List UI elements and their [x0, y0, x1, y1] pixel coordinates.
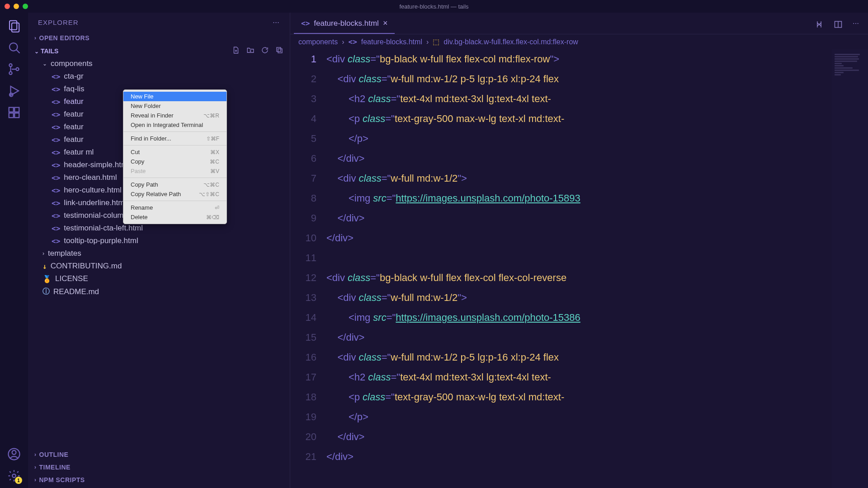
accounts-icon[interactable] — [7, 447, 21, 461]
npm-scripts-section[interactable]: ›NPM SCRIPTS — [28, 474, 290, 486]
menu-shortcut: ⌥⌘C — [203, 182, 219, 188]
project-header[interactable]: ⌄ TAILS — [28, 44, 290, 57]
chevron-right-icon: › — [34, 477, 37, 483]
file-name: featur ml — [64, 148, 94, 157]
menu-shortcut: ⏎ — [215, 205, 219, 211]
compare-changes-icon[interactable] — [815, 20, 824, 30]
menu-label: Find in Folder... — [131, 135, 171, 142]
file-name: featur — [64, 135, 83, 144]
chevron-right-icon: › — [42, 250, 44, 257]
code-lines[interactable]: <div class="bg-black w-full flex flex-co… — [326, 49, 868, 488]
sidebar-more-icon[interactable]: ⋯ — [273, 18, 280, 26]
svg-point-15 — [12, 474, 16, 478]
file-name: tooltip-top-purple.html — [64, 236, 138, 245]
sidebar-title: EXPLORER — [38, 19, 79, 26]
run-debug-icon[interactable] — [7, 84, 21, 98]
settings-badge: 1 — [15, 477, 22, 484]
context-menu-item: Paste⌘V — [123, 166, 226, 176]
context-menu-item[interactable]: New Folder — [123, 101, 226, 111]
minimize-window-icon[interactable] — [14, 4, 19, 9]
html-file-icon: <> — [52, 136, 60, 144]
svg-rect-1 — [12, 23, 19, 32]
menu-label: Copy — [131, 158, 144, 165]
file-item[interactable]: <>cta-gr — [28, 70, 290, 83]
context-menu-item[interactable]: Copy⌘C — [123, 157, 226, 166]
explorer-icon[interactable] — [7, 19, 21, 33]
tab-feature-blocks[interactable]: <> feature-blocks.html × — [294, 14, 395, 34]
svg-point-14 — [12, 450, 16, 455]
minimap[interactable] — [832, 49, 868, 488]
menu-shortcut: ⌘⌫ — [206, 214, 219, 221]
outline-section[interactable]: ›OUTLINE — [28, 448, 290, 461]
html-file-icon: <> — [52, 199, 60, 207]
chevron-right-icon: › — [34, 451, 37, 458]
extensions-icon[interactable] — [7, 106, 21, 119]
file-name: hero-culture.html — [64, 186, 122, 195]
file-item[interactable]: ↓CONTRIBUTING.md — [28, 260, 290, 272]
file-item[interactable]: <>tooltip-top-purple.html — [28, 235, 290, 247]
refresh-icon[interactable] — [261, 46, 269, 56]
html-file-icon: <> — [52, 174, 60, 182]
source-control-icon[interactable] — [7, 62, 21, 76]
search-icon[interactable] — [7, 41, 21, 54]
menu-label: New File — [131, 93, 154, 100]
context-menu-item[interactable]: Reveal in Finder⌥⌘R — [123, 111, 226, 120]
collapse-all-icon[interactable] — [275, 46, 283, 56]
file-item[interactable]: 🏅LICENSE — [28, 272, 290, 285]
context-menu-item[interactable]: Copy Relative Path⌥⇧⌘C — [123, 189, 226, 199]
context-menu-item[interactable]: Rename⏎ — [123, 203, 226, 212]
split-editor-icon[interactable] — [834, 20, 843, 30]
html-file-icon: <> — [301, 19, 310, 28]
close-tab-icon[interactable]: × — [383, 19, 388, 28]
editor-more-icon[interactable]: ⋯ — [853, 20, 859, 30]
folder-templates[interactable]: ›templates — [28, 247, 290, 260]
timeline-section[interactable]: ›TIMELINE — [28, 461, 290, 474]
svg-point-2 — [9, 43, 18, 51]
code-area[interactable]: 123456789101112131415161718192021 <div c… — [290, 49, 868, 488]
file-name: testimonial-cta-left.html — [64, 224, 143, 233]
menu-label: Cut — [131, 149, 140, 155]
menu-shortcut: ⌥⌘R — [203, 113, 219, 119]
svg-rect-17 — [278, 49, 282, 53]
context-menu-item[interactable]: Copy Path⌥⌘C — [123, 180, 226, 189]
svg-point-4 — [9, 64, 12, 66]
titlebar: feature-blocks.html — tails — [0, 0, 868, 13]
menu-label: Copy Path — [131, 181, 158, 188]
html-file-icon: <> — [52, 72, 60, 81]
close-window-icon[interactable] — [5, 4, 10, 9]
file-name: link-underline.html — [64, 198, 126, 207]
settings-gear-icon[interactable]: 1 — [7, 469, 21, 483]
svg-rect-9 — [9, 108, 14, 112]
chevron-down-icon: ⌄ — [34, 48, 39, 55]
chevron-right-icon: › — [34, 35, 37, 41]
context-menu-item[interactable]: Delete⌘⌫ — [123, 212, 226, 222]
breadcrumb-item[interactable]: components — [298, 38, 338, 46]
html-file-icon: <> — [52, 224, 60, 233]
file-name: featur — [64, 122, 83, 131]
window-controls — [5, 4, 28, 9]
breadcrumb-item[interactable]: div.bg-black.w-full.flex.flex-col.md:fle… — [443, 38, 578, 46]
html-file-icon: <> — [52, 161, 60, 169]
svg-rect-0 — [9, 21, 17, 30]
folder-components[interactable]: ⌄components — [28, 57, 290, 70]
file-name: featur — [64, 110, 83, 119]
file-name: README.md — [53, 287, 99, 296]
info-file-icon: ⓘ — [42, 287, 50, 296]
menu-shortcut: ⌘V — [210, 168, 219, 174]
license-file-icon: 🏅 — [42, 275, 52, 283]
html-file-icon: <> — [52, 211, 60, 220]
file-name: faq-lis — [64, 84, 84, 94]
open-editors-section[interactable]: ›OPEN EDITORS — [28, 32, 290, 44]
context-menu-item[interactable]: Cut⌘X — [123, 147, 226, 157]
breadcrumbs[interactable]: components› <>feature-blocks.html› ⬚div.… — [290, 34, 868, 49]
new-folder-icon[interactable] — [246, 46, 255, 56]
file-item[interactable]: ⓘREADME.md — [28, 285, 290, 298]
context-menu-item[interactable]: Find in Folder...⇧⌘F — [123, 134, 226, 143]
maximize-window-icon[interactable] — [23, 4, 28, 9]
menu-label: Delete — [131, 214, 148, 221]
html-file-icon: <> — [52, 98, 60, 106]
breadcrumb-item[interactable]: feature-blocks.html — [361, 38, 422, 46]
context-menu-item[interactable]: Open in Integrated Terminal — [123, 120, 226, 130]
context-menu-item[interactable]: New File — [123, 92, 226, 101]
new-file-icon[interactable] — [232, 46, 240, 56]
